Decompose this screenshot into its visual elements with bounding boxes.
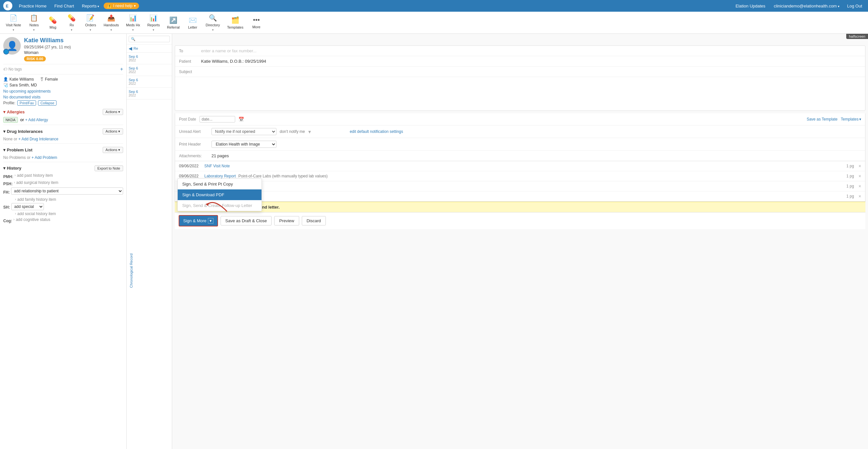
problem-list-section-header: ▾ Problem List Actions ▾: [3, 147, 123, 153]
chrono-search-input[interactable]: [129, 36, 170, 42]
sign-send-followup-item: Sign, Send & Create Follow-up Letter: [178, 200, 261, 211]
problem-list-actions-button[interactable]: Actions ▾: [103, 147, 123, 153]
close-icon-1[interactable]: ×: [859, 163, 861, 169]
drug-intolerances-section-header: ▾ Drug Intolerances Actions ▾: [3, 128, 123, 134]
visits-link[interactable]: No documented visits: [3, 95, 41, 99]
export-to-note-button[interactable]: Export to Note: [95, 166, 123, 171]
print-fax-link[interactable]: Print/Fax: [17, 100, 36, 106]
toolbar-letter[interactable]: ✉️ Letter: [184, 13, 202, 32]
preview-button[interactable]: Preview: [274, 216, 299, 226]
dont-notify-label: don't notify me: [280, 129, 305, 134]
edit-notification-settings-link[interactable]: edit default notification settings: [350, 129, 403, 134]
chrono-entry-2[interactable]: Sep 6 2022: [127, 64, 172, 76]
add-social-history-item[interactable]: › add social history item: [15, 211, 123, 216]
pmh-label: PMH:: [3, 175, 13, 179]
logout-button[interactable]: Log Out: [845, 2, 865, 10]
toolbar-orders[interactable]: 📝 Orders ▾: [82, 13, 100, 32]
drug-intolerances-title[interactable]: ▾ Drug Intolerances: [3, 129, 43, 134]
person-small-icon: 👤: [3, 77, 8, 82]
chevron-down-icon: ▾: [13, 28, 14, 31]
drug-intolerances-actions-button[interactable]: Actions ▾: [103, 128, 123, 134]
att-pages-4: 1 pg: [846, 194, 854, 199]
toolbar-templates[interactable]: 🗂️ Templates: [224, 13, 247, 32]
problem-list-title[interactable]: ▾ Problem List: [3, 148, 32, 152]
chevron-down-icon: ▾: [212, 28, 214, 31]
toolbar-directory[interactable]: 🔍 Directory ▾: [203, 13, 223, 32]
nav-find-chart[interactable]: Find Chart: [51, 2, 77, 10]
re-label[interactable]: Re: [133, 47, 138, 50]
save-draft-close-button[interactable]: Save as Draft & Close: [221, 216, 272, 226]
notify-select[interactable]: Notify me if not opened: [212, 128, 276, 135]
add-problem-link[interactable]: + Add Problem: [32, 155, 57, 160]
sign-download-pdf-item[interactable]: Sign & Download PDF: [178, 189, 261, 200]
att-link-2[interactable]: Laboratory Report: [204, 174, 236, 178]
close-icon-3[interactable]: ×: [859, 184, 861, 189]
sign-send-print-item[interactable]: Sign, Send & Print Pt Copy: [178, 179, 261, 189]
chrono-entry-1[interactable]: Sep 6 2022: [127, 53, 172, 64]
to-input[interactable]: [201, 49, 861, 53]
collapse-link[interactable]: Collapse: [38, 100, 57, 106]
chrono-entry-3[interactable]: Sep 6 2022: [127, 76, 172, 88]
visit-note-icon: 📄: [9, 14, 18, 22]
toolbar-visit-note[interactable]: 📄 Visit Note ▾: [3, 13, 24, 32]
print-header-select[interactable]: Elation Health with Image: [212, 141, 276, 148]
add-tag-button[interactable]: +: [120, 66, 123, 72]
add-family-history-item[interactable]: › add family history item: [15, 197, 123, 202]
toolbar-reports[interactable]: 📊 Reports ▾: [144, 13, 163, 32]
toolbar-referral[interactable]: ↗️ Referral: [164, 13, 183, 32]
save-template-link[interactable]: Save as Template: [807, 117, 837, 121]
add-allergy-link[interactable]: + Add Allergy: [25, 118, 48, 122]
sign-more-button[interactable]: Sign & More ▾: [179, 215, 218, 227]
appointments-link[interactable]: No upcoming appointments: [3, 89, 51, 94]
nav-reports[interactable]: Reports: [79, 2, 102, 10]
collapse-arrow-button[interactable]: ◀: [129, 46, 132, 51]
history-title[interactable]: ▾ History: [3, 166, 22, 171]
sh-label: SH:: [3, 205, 10, 210]
toolbar-more[interactable]: ••• More: [247, 13, 266, 32]
drug-intolerances-content: None or + Add Drug Intolerance: [3, 137, 123, 141]
halfscreen-badge[interactable]: halfscreen: [846, 34, 868, 39]
add-drug-intolerance-link[interactable]: + Add Drug Intolerance: [19, 137, 59, 141]
attachments-count: 21 pages: [212, 153, 229, 158]
arrow-icon: ›: [14, 174, 16, 177]
nav-practice-home[interactable]: Practice Home: [16, 2, 50, 10]
toolbar-notes[interactable]: 📋 Notes ▾: [25, 13, 43, 32]
close-icon-4[interactable]: ×: [859, 193, 861, 199]
discard-button[interactable]: Discard: [302, 216, 326, 226]
body-textarea[interactable]: [175, 77, 865, 110]
toolbar-msg[interactable]: 💊 Msg: [44, 13, 62, 32]
to-row: To: [175, 46, 865, 56]
main-container: 👤 🌐 Katie Williams 09/25/1994 (27 yrs, 1…: [0, 34, 868, 449]
post-date-input[interactable]: [199, 116, 235, 122]
calendar-icon[interactable]: 📅: [239, 117, 244, 122]
top-nav-right: Elation Updates cliniciandemo@elationhea…: [732, 2, 865, 10]
fh-relationship-select[interactable]: add relationship to patient: [11, 187, 123, 194]
svg-text:E: E: [6, 4, 8, 8]
att-desc-4: manually typed lab values): [209, 194, 844, 199]
att-date: 09/06/2022: [179, 164, 202, 168]
toolbar-meds-hx[interactable]: 📊 Meds Hx ▾: [123, 13, 143, 32]
cognitive-row: Cog: › add cognitive status: [3, 217, 123, 223]
close-icon-2[interactable]: ×: [859, 174, 861, 179]
add-surgical-history-item[interactable]: › add surgical history item: [14, 180, 59, 185]
unread-alert-label: Unread Alert: [179, 129, 208, 134]
subject-input[interactable]: [201, 69, 861, 74]
problem-list-content: No Problems or + Add Problem: [3, 155, 123, 160]
sh-type-select[interactable]: add special: [11, 203, 44, 210]
nav-elation-updates[interactable]: Elation Updates: [732, 2, 769, 10]
app-logo[interactable]: E: [3, 1, 12, 10]
gender-icon: ⚧: [40, 77, 43, 82]
add-past-history-item[interactable]: › add past history item: [14, 173, 53, 178]
toolbar-handouts[interactable]: 📤 Handouts ▾: [100, 13, 122, 32]
templates-link[interactable]: Templates ▾: [841, 117, 861, 121]
att-link-1[interactable]: SNF Visit Note: [204, 164, 230, 168]
allergies-title[interactable]: ▾ Allergies: [3, 110, 25, 114]
allergies-actions-button[interactable]: Actions ▾: [103, 109, 123, 115]
help-button[interactable]: ⚠️ I need help ▾: [104, 3, 139, 9]
chrono-entry-4[interactable]: Sep 6 2022: [127, 88, 172, 99]
add-cognitive-status[interactable]: › add cognitive status: [13, 217, 50, 222]
patient-details-row: 👤 Katie Williams ⚧ Female: [3, 77, 123, 82]
att-pages-1: 1 pg: [846, 164, 854, 168]
nav-user-email[interactable]: cliniciandemo@elationhealth.com: [771, 2, 843, 10]
toolbar-rx[interactable]: 💊 Rx ▾: [63, 13, 81, 32]
